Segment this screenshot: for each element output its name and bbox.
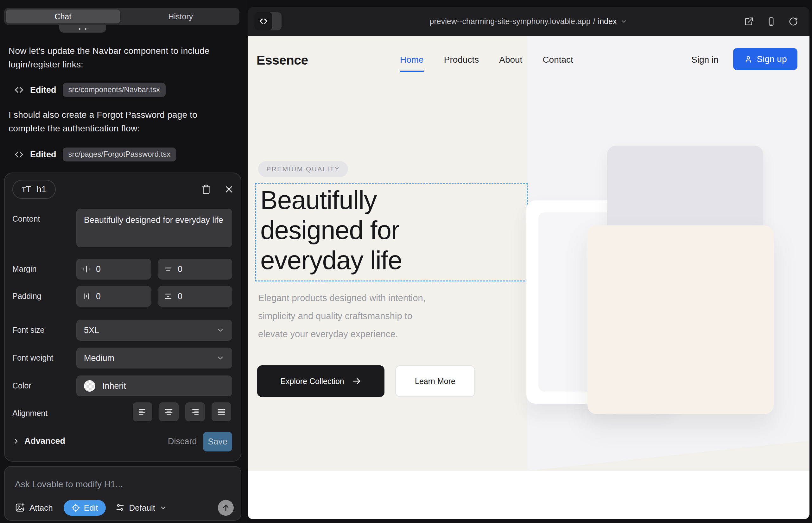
element-tag: h1 [37, 184, 46, 194]
font-size-label: Font size [12, 325, 44, 335]
model-selector[interactable]: Default [115, 503, 166, 513]
hero-paragraph: Elegant products designed with intention… [258, 289, 426, 343]
color-label: Color [12, 381, 31, 390]
assistant-message: Now let's update the Navbar component to… [8, 44, 232, 72]
nav-link-contact[interactable]: Contact [543, 55, 573, 65]
site-viewport: Essence Home Products About Contact Sign… [248, 36, 810, 519]
nav-link-home[interactable]: Home [400, 55, 424, 65]
site-logo[interactable]: Essence [257, 53, 308, 68]
padding-y-input[interactable]: 0 [158, 286, 232, 307]
padding-vertical-icon [164, 292, 173, 301]
padding-x-input[interactable]: 0 [76, 286, 151, 307]
chevron-down-icon [216, 354, 225, 362]
mobile-view-button[interactable] [766, 17, 776, 26]
delete-element-button[interactable] [199, 182, 213, 196]
margin-y-input[interactable]: 0 [158, 259, 232, 279]
content-textarea[interactable]: Beautifully designed for everyday life [76, 209, 232, 247]
learn-more-button[interactable]: Learn More [395, 365, 475, 397]
chevron-right-icon [12, 437, 20, 445]
composer-input[interactable]: Ask Lovable to modify H1... [15, 479, 123, 489]
edit-mode-button[interactable]: Edit [64, 500, 106, 516]
content-label: Content [12, 214, 40, 223]
align-left-icon [138, 407, 147, 417]
preview-browser-window: preview--charming-site-symphony.lovable.… [248, 7, 810, 519]
image-plus-icon [15, 503, 25, 513]
color-select[interactable]: Inherit [76, 376, 232, 396]
crosshair-icon [71, 503, 80, 512]
text-type-icon: ᴛT [22, 184, 32, 194]
site-navbar: Essence Home Products About Contact Sign… [248, 36, 810, 72]
explore-collection-button[interactable]: Explore Collection [257, 365, 385, 397]
arrow-right-icon [352, 376, 361, 386]
save-button[interactable]: Save [203, 432, 232, 451]
section-below-hero [248, 471, 810, 519]
hero-heading[interactable]: Beautifully designed for everyday life [260, 185, 402, 275]
assistant-message: I should also create a Forgot Password p… [8, 108, 232, 136]
sliders-icon [115, 503, 125, 512]
align-justify-icon [217, 407, 226, 417]
margin-label: Margin [12, 264, 36, 273]
external-link-icon [744, 17, 754, 26]
sign-up-button[interactable]: Sign up [733, 48, 797, 70]
scrolled-chip-partial[interactable] [59, 25, 106, 33]
send-button[interactable] [218, 500, 234, 516]
close-editor-button[interactable] [222, 182, 236, 196]
hero-badge: PREMIUM QUALITY [258, 161, 348, 177]
arrow-up-icon [222, 503, 230, 512]
alignment-label: Alignment [12, 409, 48, 418]
chevron-down-icon [160, 504, 166, 511]
padding-horizontal-icon [82, 292, 91, 301]
file-chip[interactable]: src/components/Navbar.tsx [63, 83, 166, 97]
discard-button[interactable]: Discard [168, 437, 197, 446]
chevron-down-icon [620, 18, 628, 25]
align-center-button[interactable] [159, 402, 179, 421]
align-right-button[interactable] [185, 402, 205, 421]
tab-chat[interactable]: Chat [6, 10, 120, 23]
file-chip[interactable]: src/pages/ForgotPassword.tsx [63, 147, 176, 161]
code-icon [14, 85, 24, 95]
padding-label: Padding [12, 292, 41, 301]
browser-toolbar: preview--charming-site-symphony.lovable.… [248, 7, 810, 36]
chevron-down-icon [216, 326, 225, 334]
edited-label: Edited [30, 150, 56, 160]
edited-label: Edited [30, 85, 56, 95]
refresh-button[interactable] [789, 17, 798, 26]
selected-element-pill[interactable]: ᴛT h1 [12, 180, 56, 199]
color-swatch [84, 380, 95, 392]
margin-vertical-icon [164, 265, 173, 273]
edited-file-row[interactable]: Edited src/pages/ForgotPassword.tsx [14, 147, 176, 161]
url-path: index [598, 17, 617, 26]
align-left-button[interactable] [133, 402, 152, 421]
url-host: preview--charming-site-symphony.lovable.… [430, 17, 590, 26]
sign-in-link[interactable]: Sign in [691, 55, 719, 65]
edited-file-row[interactable]: Edited src/components/Navbar.tsx [14, 83, 166, 97]
margin-horizontal-icon [82, 265, 91, 273]
nav-link-about[interactable]: About [499, 55, 522, 65]
margin-x-input[interactable]: 0 [76, 259, 151, 279]
font-weight-label: Font weight [12, 353, 53, 362]
hero-card-beige [587, 226, 774, 414]
chat-history-tabbar: Chat History [4, 8, 240, 25]
align-right-icon [190, 407, 200, 417]
tab-history[interactable]: History [124, 10, 238, 23]
open-external-button[interactable] [744, 17, 754, 26]
url-separator: / [593, 17, 595, 26]
decorative-wedge [527, 441, 810, 471]
align-justify-button[interactable] [212, 402, 231, 421]
chat-composer[interactable]: Ask Lovable to modify H1... Attach Edit … [4, 466, 241, 521]
code-icon [14, 150, 24, 159]
align-center-icon [164, 407, 174, 417]
advanced-toggle[interactable]: Advanced [12, 436, 65, 446]
nav-link-products[interactable]: Products [444, 55, 479, 65]
font-weight-select[interactable]: Medium [76, 348, 232, 368]
attach-button[interactable]: Attach [15, 503, 53, 513]
lovable-sidebar: Chat History Now let's update the Navbar… [0, 0, 247, 523]
element-editor-panel: ᴛT h1 Content Beautifully designed for e… [4, 173, 241, 462]
smartphone-icon [766, 17, 776, 26]
refresh-icon [789, 17, 798, 26]
font-size-select[interactable]: 5XL [76, 320, 232, 341]
user-icon [744, 55, 753, 64]
address-bar[interactable]: preview--charming-site-symphony.lovable.… [248, 7, 810, 36]
